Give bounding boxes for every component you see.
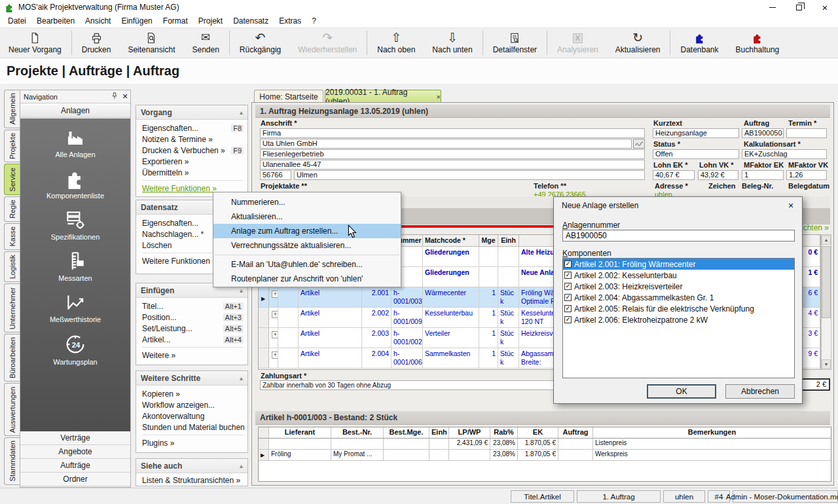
sidebar-tab-bueroarbeiten[interactable]: Büroarbeiten — [4, 334, 20, 382]
expand-icon[interactable] — [272, 291, 278, 298]
page-preview-button[interactable]: Seitenansicht — [119, 28, 183, 58]
print-button[interactable]: Drucken — [73, 28, 120, 58]
menu-item-routenplaner[interactable]: Routenplaner zur Anschrift von 'uhlen' — [213, 272, 401, 286]
sidebar-tab-regie[interactable]: Regie — [4, 196, 20, 222]
nav-item-wartungsplan[interactable]: 24 Wartungsplan — [53, 333, 97, 366]
menu-format[interactable]: Format — [158, 15, 193, 27]
menu-einfuegen[interactable]: Einfügen — [116, 15, 157, 27]
scrollbar-thumb[interactable] — [822, 246, 831, 318]
tab-home-startseite[interactable]: Home: Startseite — [254, 90, 323, 103]
mfaktor-ek-field[interactable]: 1 — [742, 170, 784, 180]
vorgang-exportieren[interactable]: Exportieren » — [142, 156, 247, 167]
new-process-button[interactable]: Neuer Vorgang — [0, 28, 70, 58]
refresh-button[interactable]: ↻ Aktualisieren — [607, 28, 669, 58]
menu-datensatz[interactable]: Datensatz — [228, 15, 274, 27]
menu-item-nummerieren[interactable]: Nummerieren... — [213, 195, 401, 209]
kalkulationsart-field[interactable]: EK+Zuschlag — [742, 149, 827, 159]
sidebar-tab-projekte[interactable]: Projekte — [4, 130, 20, 163]
komponente-item-2001[interactable]: Artikel 2.001: Fröling Wärmecenter — [563, 259, 794, 270]
nav-item-alle-anlagen[interactable]: Alle Anlagen — [55, 128, 95, 158]
vorgang-uebermitteln[interactable]: Übermitteln » — [142, 167, 247, 178]
nav-group-angebote[interactable]: Angebote — [20, 445, 130, 459]
vorgang-drucken-verbuchen[interactable]: Drucken & Verbuchen »F9 — [142, 145, 247, 156]
menu-item-email[interactable]: E-Mail an 'Uta@uhlen.de' schreiben... — [213, 257, 401, 272]
sidebar-tab-kasse[interactable]: Kasse — [4, 223, 20, 250]
vorgang-eigenschaften[interactable]: Eigenschaften...F8 — [142, 122, 247, 134]
schritte-akontoverwaltung[interactable]: Akontoverwaltung — [142, 410, 247, 422]
schritte-workflow[interactable]: Workflow anzeigen... — [142, 399, 247, 410]
menu-item-anlage-erstellen[interactable]: Anlage zum Auftrag erstellen... — [213, 224, 401, 238]
checkbox-checked-icon[interactable] — [564, 305, 572, 312]
move-up-button[interactable]: ⇧ Nach oben — [369, 28, 424, 58]
lohn-vk-field[interactable]: 43,92 € — [698, 170, 738, 180]
tab-auftrag-uhlen[interactable]: 2019.00031 - 1. Auftrag (uhlen)× — [325, 90, 441, 103]
dialog-close-icon[interactable]: × — [780, 200, 802, 211]
nav-item-spezifikationen[interactable]: Spezifikationen — [51, 209, 100, 241]
komponente-item-2002[interactable]: Artikel 2.002: Kesselunterbau — [563, 270, 794, 281]
minimize-button[interactable] — [759, 1, 786, 14]
menu-ansicht[interactable]: Ansicht — [80, 15, 116, 27]
scroll-up-icon[interactable]: ▲ — [822, 235, 831, 245]
einfuegen-set-leistung[interactable]: Set/Leistung...Alt+5 — [142, 323, 247, 334]
schritte-stunden-material[interactable]: Stunden und Material buchen — [142, 422, 247, 433]
nav-group-vertraege[interactable]: Verträge — [20, 431, 130, 445]
sidebar-tab-auswertungen[interactable]: Auswertungen — [4, 383, 20, 436]
plz-field[interactable]: 56766 — [260, 170, 291, 180]
komponente-item-2004[interactable]: Artikel 2.004: Abgassammelkasten Gr. 1 — [563, 292, 794, 303]
detail-window-button[interactable]: Detailfenster — [484, 28, 545, 58]
komponente-item-2006[interactable]: Artikel 2.006: Elektroheizpatrone 2 kW — [563, 314, 794, 325]
collapse-icon[interactable]: ▴ — [240, 109, 243, 116]
menu-item-verrechnungssaetze[interactable]: Verrechnungssätze aktualisieren... — [213, 238, 401, 253]
grid-scrollbar[interactable]: ▲ ▼ — [821, 234, 831, 370]
menu-item-aktualisieren[interactable]: Aktualisieren... — [213, 209, 401, 224]
collapse-icon[interactable]: ▴ — [240, 462, 243, 469]
nav-item-messarten[interactable]: Messarten — [58, 250, 92, 282]
termin-field[interactable] — [786, 128, 827, 138]
signature-edit-button[interactable] — [633, 139, 645, 149]
einfuegen-position[interactable]: Position...Alt+3 — [142, 312, 247, 323]
anschrift-line1-field[interactable]: Firma — [260, 128, 645, 138]
anschrift-line3-field[interactable]: Fliesenlegerbetrieb — [260, 149, 645, 159]
kurztext-field[interactable]: Heizungsanlage — [653, 128, 739, 138]
einfuegen-artikel[interactable]: Artikel...Alt+4 — [142, 334, 247, 345]
menu-hilfe[interactable]: ? — [306, 15, 321, 27]
collapse-icon[interactable]: ▴ — [240, 374, 243, 382]
lohn-ek-field[interactable]: 40,67 € — [653, 170, 695, 180]
expand-icon[interactable] — [272, 351, 278, 359]
vorgang-notizen-termine[interactable]: Notizen & Termine » — [142, 134, 247, 145]
stock-row-listenpreis[interactable]: 2.431,09 € 23,08% 1.870,05 € Listenpreis — [259, 439, 831, 450]
accounting-button[interactable]: Buchhaltung — [727, 28, 788, 58]
anschrift-line2-field[interactable]: Uta Uhlen GmbH — [260, 139, 632, 149]
einfuegen-titel[interactable]: Titel...Alt+1 — [142, 300, 247, 312]
menu-projekt[interactable]: Projekt — [193, 15, 228, 27]
komponente-item-2003[interactable]: Artikel 2.003: Heizkreisverteiler — [563, 281, 794, 292]
collapse-icon[interactable]: ▴ — [240, 287, 243, 294]
restore-button[interactable] — [786, 1, 812, 14]
sidebar-tab-service[interactable]: Service — [4, 164, 20, 194]
checkbox-checked-icon[interactable] — [564, 261, 572, 268]
nav-group-ordner[interactable]: Ordner — [20, 473, 130, 486]
menu-bearbeiten[interactable]: Bearbeiten — [31, 15, 80, 27]
nav-item-messwerthistorie[interactable]: Meßwerthistorie — [50, 291, 101, 323]
siehe-auch-listen-link[interactable]: Listen & Strukturansichten » — [142, 475, 247, 486]
expand-icon[interactable] — [272, 311, 278, 318]
auftrag-field[interactable]: AB1900050 — [742, 128, 784, 138]
undo-button[interactable]: ↶ Rückgängig — [231, 28, 289, 58]
menu-datei[interactable]: Datei — [3, 15, 31, 27]
close-button[interactable]: × — [812, 1, 838, 14]
pin-icon[interactable] — [109, 92, 120, 101]
mfaktor-vk-field[interactable]: 1,26 — [786, 170, 827, 180]
einfuegen-weitere-link[interactable]: Weitere » — [142, 350, 247, 361]
database-button[interactable]: Datenbank — [672, 28, 727, 58]
sidebar-tab-logistik[interactable]: Logistik — [4, 251, 20, 283]
status-field[interactable]: Offen — [653, 149, 739, 159]
anschrift-line4-field[interactable]: Ulanenallee 45-47 — [260, 160, 645, 170]
menu-extras[interactable]: Extras — [274, 15, 306, 27]
checkbox-checked-icon[interactable] — [564, 272, 572, 279]
send-button[interactable]: ✉ Senden — [183, 28, 227, 58]
schritte-plugins-link[interactable]: Plugins » — [142, 437, 247, 448]
checkbox-checked-icon[interactable] — [564, 294, 572, 301]
navigation-group-anlagen[interactable]: Anlagen — [20, 103, 130, 118]
stock-row-werkspreis[interactable]: Fröling My Promat ... 23,08% 1.870,05 € … — [259, 450, 831, 461]
tab-close-icon[interactable]: × — [437, 93, 441, 101]
